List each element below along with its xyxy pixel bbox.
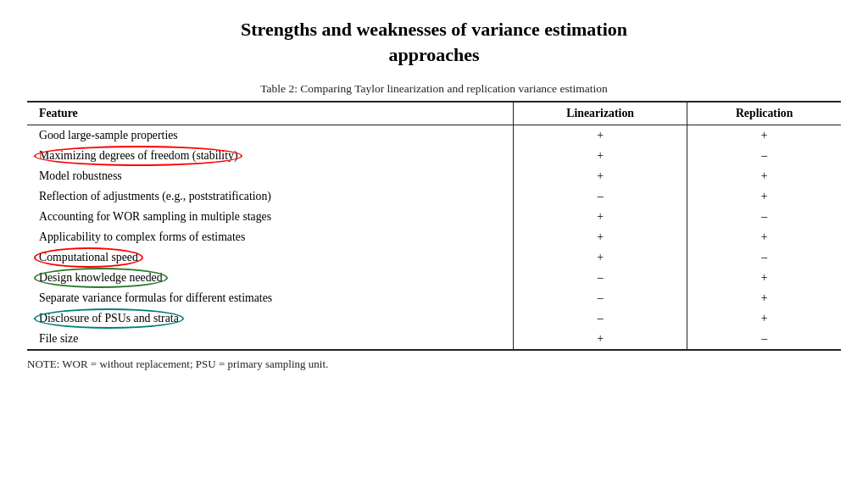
col-header-feature: Feature <box>27 102 513 125</box>
replication-value: – <box>687 207 841 227</box>
table-row: Good large-sample properties++ <box>27 125 841 147</box>
linearization-value: + <box>513 227 687 247</box>
table-row: Design knowledge needed–+ <box>27 268 841 288</box>
feature-cell: Reflection of adjustments (e.g., poststr… <box>27 186 513 207</box>
replication-value: + <box>687 308 841 329</box>
table-row: Computational speed+– <box>27 247 841 268</box>
col-header-replication: Replication <box>687 102 841 125</box>
table-row: Separate variance formulas for different… <box>27 288 841 308</box>
feature-cell: Maximizing degrees of freedom (stability… <box>27 146 513 166</box>
table-note: NOTE: WOR = without replacement; PSU = p… <box>27 358 841 371</box>
linearization-value: + <box>513 166 687 186</box>
replication-value: + <box>687 268 841 288</box>
linearization-value: + <box>513 146 687 166</box>
linearization-value: – <box>513 308 687 329</box>
replication-value: + <box>687 186 841 207</box>
table-row: Reflection of adjustments (e.g., poststr… <box>27 186 841 207</box>
feature-cell: Good large-sample properties <box>27 125 513 147</box>
linearization-value: + <box>513 247 687 268</box>
page-title: Strengths and weaknesses of variance est… <box>27 17 841 67</box>
table-header-row: Feature Linearization Replication <box>27 102 841 125</box>
col-header-linearization: Linearization <box>513 102 687 125</box>
replication-value: – <box>687 247 841 268</box>
feature-cell: File size <box>27 329 513 350</box>
linearization-value: – <box>513 288 687 308</box>
linearization-value: – <box>513 268 687 288</box>
replication-value: + <box>687 125 841 147</box>
feature-cell: Model robustness <box>27 166 513 186</box>
table-row: Maximizing degrees of freedom (stability… <box>27 146 841 166</box>
replication-value: + <box>687 227 841 247</box>
linearization-value: – <box>513 186 687 207</box>
feature-cell: Disclosure of PSUs and strata <box>27 308 513 329</box>
linearization-value: + <box>513 329 687 350</box>
replication-value: + <box>687 166 841 186</box>
replication-value: + <box>687 288 841 308</box>
linearization-value: + <box>513 207 687 227</box>
feature-cell: Design knowledge needed <box>27 268 513 288</box>
feature-cell: Applicability to complex forms of estima… <box>27 227 513 247</box>
comparison-table: Feature Linearization Replication Good l… <box>27 101 841 351</box>
table-row: Applicability to complex forms of estima… <box>27 227 841 247</box>
table-row: Disclosure of PSUs and strata–+ <box>27 308 841 329</box>
replication-value: – <box>687 146 841 166</box>
feature-cell: Separate variance formulas for different… <box>27 288 513 308</box>
replication-value: – <box>687 329 841 350</box>
feature-cell: Accounting for WOR sampling in multiple … <box>27 207 513 227</box>
table-row: Accounting for WOR sampling in multiple … <box>27 207 841 227</box>
feature-cell: Computational speed <box>27 247 513 268</box>
table-caption: Table 2: Comparing Taylor linearization … <box>27 82 841 96</box>
linearization-value: + <box>513 125 687 147</box>
table-row: Model robustness++ <box>27 166 841 186</box>
table-row: File size+– <box>27 329 841 350</box>
page-container: Strengths and weaknesses of variance est… <box>27 17 841 371</box>
